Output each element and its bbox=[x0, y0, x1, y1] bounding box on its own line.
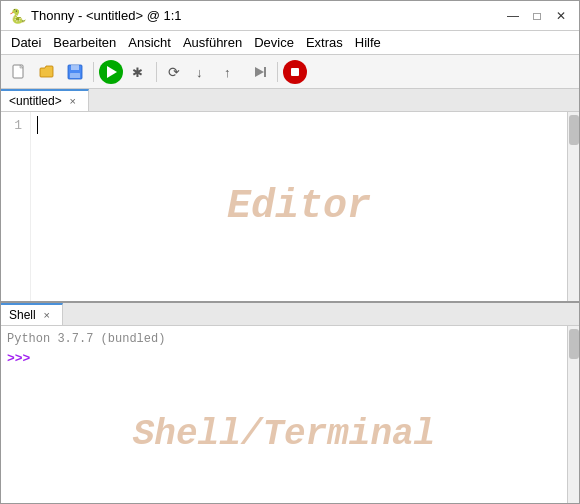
title-bar-controls: — □ ✕ bbox=[503, 7, 571, 25]
maximize-button[interactable]: □ bbox=[527, 7, 547, 25]
close-button[interactable]: ✕ bbox=[551, 7, 571, 25]
shell-body: Python 3.7.7 (bundled) >>> Shell/Termina… bbox=[1, 326, 579, 503]
shell-watermark: Shell/Terminal bbox=[133, 406, 435, 464]
step-out-button[interactable]: ↑ bbox=[218, 59, 244, 85]
new-file-button[interactable] bbox=[6, 59, 32, 85]
svg-text:⟳: ⟳ bbox=[168, 64, 180, 80]
step-over-button[interactable]: ⟳ bbox=[162, 59, 188, 85]
editor-panel: <untitled> × 1 Editor bbox=[1, 89, 579, 303]
app-icon: 🐍 bbox=[9, 8, 25, 24]
minimize-button[interactable]: — bbox=[503, 7, 523, 25]
editor-tab-close[interactable]: × bbox=[66, 94, 80, 108]
svg-rect-2 bbox=[71, 65, 79, 70]
shell-tab-bar: Shell × bbox=[1, 303, 579, 326]
shell-tab-label: Shell bbox=[9, 308, 36, 322]
menu-bar: Datei Bearbeiten Ansicht Ausführen Devic… bbox=[1, 31, 579, 55]
menu-ausfuhren[interactable]: Ausführen bbox=[177, 33, 248, 52]
editor-body: 1 Editor bbox=[1, 112, 579, 301]
title-bar: 🐍 Thonny - <untitled> @ 1:1 — □ ✕ bbox=[1, 1, 579, 31]
menu-extras[interactable]: Extras bbox=[300, 33, 349, 52]
resume-button[interactable] bbox=[246, 59, 272, 85]
debug-button[interactable]: ✱ bbox=[125, 59, 151, 85]
shell-tab[interactable]: Shell × bbox=[1, 303, 63, 325]
toolbar-separator-2 bbox=[156, 62, 157, 82]
editor-tab-bar: <untitled> × bbox=[1, 89, 579, 112]
step-into-button[interactable]: ↓ bbox=[190, 59, 216, 85]
svg-text:↑: ↑ bbox=[224, 65, 231, 80]
run-button[interactable] bbox=[99, 60, 123, 84]
shell-panel: Shell × Python 3.7.7 (bundled) >>> Shell… bbox=[1, 303, 579, 503]
toolbar-separator-3 bbox=[277, 62, 278, 82]
save-file-button[interactable] bbox=[62, 59, 88, 85]
shell-watermark-container: Shell/Terminal bbox=[7, 370, 561, 499]
shell-python-version: Python 3.7.7 (bundled) bbox=[7, 330, 561, 349]
editor-tab-untitled[interactable]: <untitled> × bbox=[1, 89, 89, 111]
shell-prompt: >>> bbox=[7, 349, 561, 370]
main-window: 🐍 Thonny - <untitled> @ 1:1 — □ ✕ Datei … bbox=[0, 0, 580, 504]
window-title: Thonny - <untitled> @ 1:1 bbox=[31, 8, 182, 23]
menu-device[interactable]: Device bbox=[248, 33, 300, 52]
shell-scrollbar-thumb[interactable] bbox=[569, 329, 579, 359]
shell-content[interactable]: Python 3.7.7 (bundled) >>> Shell/Termina… bbox=[1, 326, 567, 503]
editor-tab-label: <untitled> bbox=[9, 94, 62, 108]
toolbar: ✱ ⟳ ↓ ↑ bbox=[1, 55, 579, 89]
editor-cursor bbox=[37, 116, 38, 134]
open-file-button[interactable] bbox=[34, 59, 60, 85]
menu-ansicht[interactable]: Ansicht bbox=[122, 33, 177, 52]
svg-text:✱: ✱ bbox=[132, 65, 143, 80]
menu-datei[interactable]: Datei bbox=[5, 33, 47, 52]
shell-scrollbar[interactable] bbox=[567, 326, 579, 503]
editor-scrollbar-thumb[interactable] bbox=[569, 115, 579, 145]
editor-watermark: Editor bbox=[227, 177, 371, 237]
shell-tab-close[interactable]: × bbox=[40, 308, 54, 322]
svg-rect-3 bbox=[70, 73, 80, 78]
svg-text:↓: ↓ bbox=[196, 65, 203, 80]
svg-marker-8 bbox=[255, 67, 264, 77]
line-number-1: 1 bbox=[9, 116, 22, 136]
menu-bearbeiten[interactable]: Bearbeiten bbox=[47, 33, 122, 52]
editor-area[interactable]: Editor bbox=[31, 112, 567, 301]
editor-scrollbar[interactable] bbox=[567, 112, 579, 301]
stop-button[interactable] bbox=[283, 60, 307, 84]
svg-rect-9 bbox=[264, 67, 266, 77]
main-content: <untitled> × 1 Editor bbox=[1, 89, 579, 503]
menu-hilfe[interactable]: Hilfe bbox=[349, 33, 387, 52]
line-numbers: 1 bbox=[1, 112, 31, 301]
toolbar-separator-1 bbox=[93, 62, 94, 82]
title-bar-left: 🐍 Thonny - <untitled> @ 1:1 bbox=[9, 8, 182, 24]
